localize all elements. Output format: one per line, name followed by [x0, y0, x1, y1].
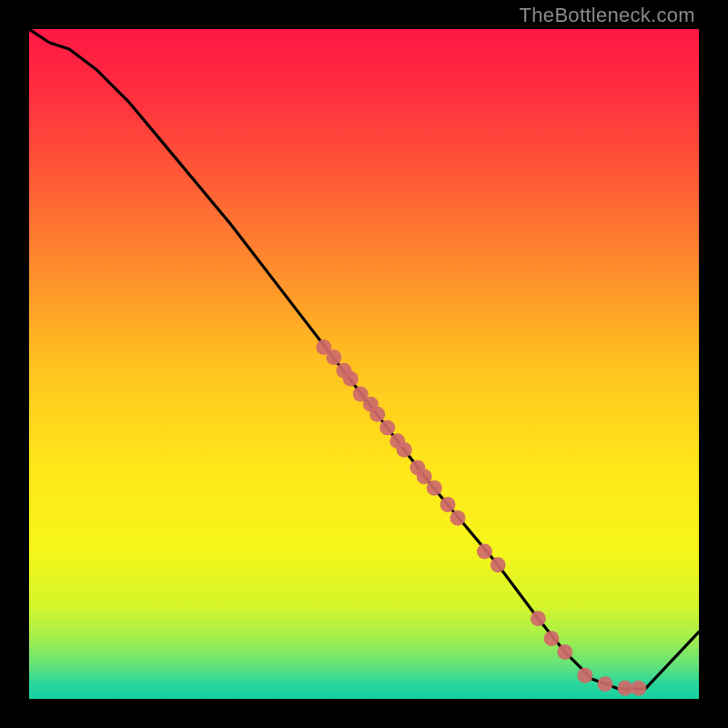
data-point [427, 480, 442, 496]
data-point [544, 631, 560, 646]
data-point [369, 407, 385, 422]
data-point [379, 420, 395, 435]
data-point [450, 511, 466, 526]
data-point [440, 497, 456, 512]
data-point [397, 442, 412, 458]
data-point [490, 557, 506, 572]
data-point [618, 681, 633, 696]
chart-svg [29, 29, 699, 699]
data-point [477, 544, 492, 560]
plot-area [29, 29, 699, 699]
data-point [557, 644, 572, 660]
data-point [531, 611, 546, 626]
data-point [597, 676, 612, 692]
gradient-background [29, 29, 699, 699]
data-point [631, 681, 646, 696]
data-point [326, 349, 341, 365]
data-point [343, 371, 359, 387]
data-point [577, 668, 592, 683]
chart-frame: TheBottleneck.com [0, 0, 728, 728]
watermark-text: TheBottleneck.com [520, 4, 695, 27]
